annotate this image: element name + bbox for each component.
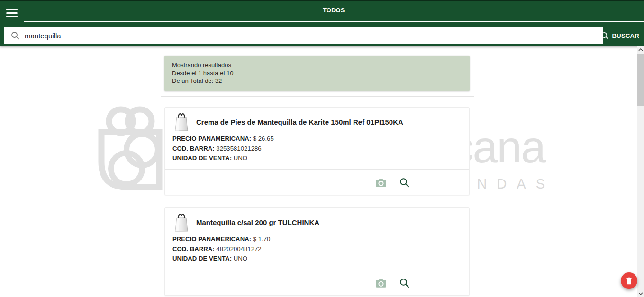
scrollbar-thumb[interactable]	[637, 54, 644, 106]
product-card: Crema de Pies de Mantequilla de Karite 1…	[164, 107, 470, 195]
results-summary-box: Mostrando resultados Desde el 1 hasta el…	[164, 56, 470, 91]
magnifier-icon	[399, 178, 409, 188]
buscar-button[interactable]: BUSCAR	[600, 27, 640, 44]
search-input[interactable]	[25, 27, 598, 44]
product-bag-thumbnail-icon	[174, 112, 189, 132]
product-card-header: Mantequilla c/sal 200 gr TULCHINKA	[165, 208, 469, 233]
summary-line-1: Mostrando resultados	[172, 62, 462, 70]
view-detail-search-button[interactable]	[398, 177, 410, 189]
scroll-down-button[interactable]	[637, 290, 644, 297]
product-card: Mantequilla c/sal 200 gr TULCHINKA PRECI…	[164, 207, 470, 296]
product-barcode-row: COD. BARRA: 4820200481272	[172, 244, 462, 254]
card-actions	[165, 270, 469, 296]
product-card-header: Crema de Pies de Mantequilla de Karite 1…	[165, 108, 469, 132]
magnifier-icon	[399, 278, 409, 288]
card-actions	[165, 170, 469, 196]
tab-bar: TODOS	[24, 0, 644, 22]
search-icon	[11, 31, 19, 40]
product-barcode-row: COD. BARRA: 3253581021286	[172, 144, 462, 154]
search-row: BUSCAR	[0, 27, 644, 44]
product-details: PRECIO PANAMERICANA: $ 26.65 COD. BARRA:…	[165, 132, 469, 163]
results-divider	[161, 96, 474, 97]
chevron-down-icon	[638, 292, 643, 295]
search-bar	[4, 27, 603, 44]
delete-fab-button[interactable]	[621, 272, 637, 289]
product-details: PRECIO PANAMERICANA: $ 1.70 COD. BARRA: …	[165, 233, 469, 264]
view-detail-search-button[interactable]	[398, 277, 410, 289]
buscar-search-icon	[601, 32, 609, 40]
camera-button[interactable]	[375, 177, 387, 189]
trash-icon	[626, 277, 633, 285]
summary-line-3: De un Total de: 32	[172, 77, 462, 85]
app-header: TODOS BUSCAR	[0, 0, 644, 46]
camera-button[interactable]	[375, 277, 387, 289]
buscar-button-label: BUSCAR	[612, 32, 639, 39]
scrollbar-track[interactable]	[637, 46, 644, 297]
product-title: Mantequilla c/sal 200 gr TULCHINKA	[196, 218, 319, 226]
tab-todos[interactable]: TODOS	[323, 7, 345, 14]
chevron-up-icon	[638, 48, 643, 51]
camera-icon	[375, 279, 387, 288]
product-unit-row: UNIDAD DE VENTA: UNO	[172, 254, 462, 264]
summary-line-2: Desde el 1 hasta el 10	[172, 70, 462, 78]
product-price-row: PRECIO PANAMERICANA: $ 26.65	[172, 134, 462, 144]
product-title: Crema de Pies de Mantequilla de Karite 1…	[196, 118, 403, 126]
product-price-row: PRECIO PANAMERICANA: $ 1.70	[172, 234, 462, 244]
camera-icon	[375, 178, 387, 188]
scroll-up-button[interactable]	[637, 46, 644, 53]
product-unit-row: UNIDAD DE VENTA: UNO	[172, 153, 462, 163]
hamburger-icon	[6, 7, 18, 19]
product-bag-thumbnail-icon	[174, 212, 189, 232]
hamburger-menu-button[interactable]	[3, 4, 21, 22]
